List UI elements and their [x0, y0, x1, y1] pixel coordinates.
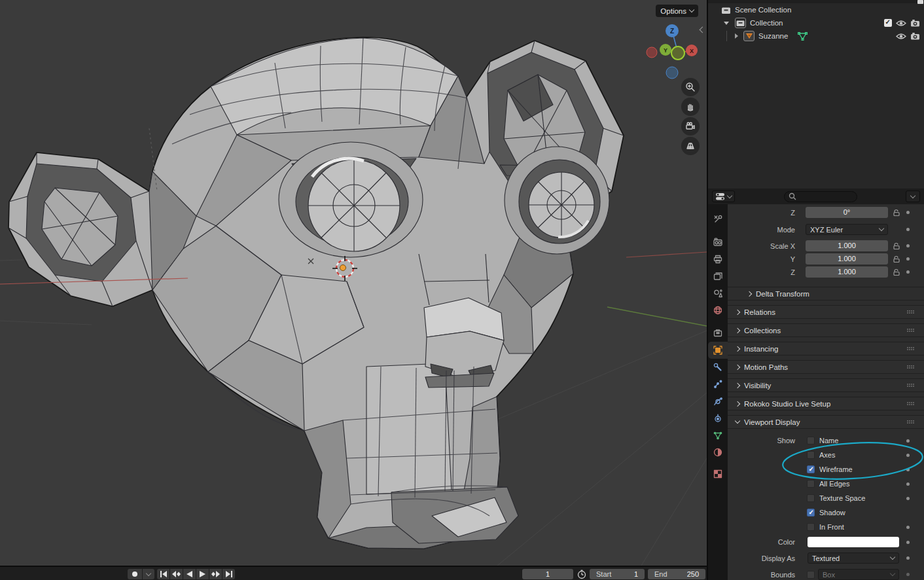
- collection-checkbox[interactable]: [884, 19, 892, 27]
- current-frame-field[interactable]: 1: [522, 569, 573, 579]
- eye-icon[interactable]: [896, 33, 906, 40]
- tab-physics[interactable]: [708, 393, 728, 410]
- section-visibility[interactable]: Visibility: [728, 378, 924, 392]
- section-rokoko[interactable]: Rokoko Studio Live Setup: [728, 397, 924, 410]
- tab-view-layer[interactable]: [708, 268, 728, 285]
- editor-type-button[interactable]: [712, 190, 735, 202]
- animate-dot[interactable]: [906, 541, 910, 544]
- section-delta-transform[interactable]: Delta Transform: [728, 287, 924, 300]
- unlock-icon[interactable]: [893, 242, 900, 250]
- outliner-row-scene-collection[interactable]: Scene Collection: [708, 3, 924, 16]
- animate-dot[interactable]: [906, 257, 910, 261]
- animate-dot[interactable]: [906, 228, 910, 231]
- drag-grip-icon[interactable]: [907, 402, 915, 405]
- animate-dot[interactable]: [906, 573, 910, 576]
- tab-tool[interactable]: [708, 211, 728, 228]
- next-keyframe-button[interactable]: [209, 569, 222, 579]
- scale-x-field[interactable]: 1.000: [806, 240, 888, 251]
- axes-checkbox[interactable]: [807, 451, 815, 459]
- name-checkbox[interactable]: [807, 437, 815, 444]
- tab-collection[interactable]: [708, 325, 728, 342]
- auto-key-button[interactable]: [128, 569, 142, 579]
- camera-view-button[interactable]: [681, 117, 700, 136]
- animate-dot[interactable]: [906, 526, 910, 529]
- outliner-row-suzanne[interactable]: Suzanne: [708, 29, 924, 43]
- animate-dot[interactable]: [906, 439, 910, 443]
- gizmo-neg-z-ball[interactable]: [666, 67, 678, 79]
- navigation-gizmo[interactable]: Z Y X: [645, 23, 707, 81]
- tab-object-data[interactable]: [708, 427, 728, 444]
- options-button[interactable]: Options: [656, 5, 698, 17]
- perspective-toggle-button[interactable]: [681, 137, 700, 155]
- outliner-scrollbar-thumb[interactable]: [917, 0, 923, 4]
- section-motion-paths[interactable]: Motion Paths: [728, 360, 924, 374]
- properties-search-input[interactable]: [784, 191, 857, 202]
- tab-constraints[interactable]: [708, 410, 728, 427]
- animate-dot[interactable]: [906, 468, 910, 471]
- outliner-row-collection[interactable]: Collection: [708, 16, 924, 29]
- tab-modifiers[interactable]: [708, 359, 728, 376]
- drag-grip-icon[interactable]: [907, 384, 915, 387]
- in-front-checkbox[interactable]: [807, 523, 815, 531]
- pan-button[interactable]: [681, 98, 700, 116]
- unlock-icon[interactable]: [893, 209, 900, 217]
- all-edges-checkbox[interactable]: [807, 480, 815, 488]
- bounds-checkbox[interactable]: [807, 571, 815, 579]
- section-relations[interactable]: Relations: [728, 305, 924, 319]
- animate-dot[interactable]: [906, 211, 910, 214]
- display-as-dropdown[interactable]: Textured: [808, 553, 899, 564]
- scale-z-field[interactable]: 1.000: [806, 266, 888, 278]
- animate-dot[interactable]: [906, 482, 910, 486]
- properties-filter-dropdown[interactable]: [906, 190, 920, 202]
- section-instancing[interactable]: Instancing: [728, 342, 924, 355]
- shadow-checkbox[interactable]: [807, 509, 815, 517]
- tab-world[interactable]: [708, 302, 728, 319]
- prev-keyframe-button[interactable]: [170, 569, 183, 579]
- drag-grip-icon[interactable]: [907, 420, 915, 424]
- timeline[interactable]: 1 Start 1 End 250: [0, 566, 707, 580]
- color-swatch[interactable]: [808, 537, 899, 547]
- eye-icon[interactable]: [896, 20, 906, 27]
- jump-to-end-button[interactable]: [222, 569, 235, 579]
- rotation-mode-dropdown[interactable]: XYZ Euler: [806, 224, 888, 235]
- disclosure-closed-icon[interactable]: [735, 33, 738, 39]
- zoom-button[interactable]: [681, 78, 700, 96]
- wireframe-checkbox[interactable]: [807, 465, 815, 473]
- gizmo-neg-y-ball[interactable]: [671, 46, 684, 60]
- drag-grip-icon[interactable]: [907, 347, 915, 350]
- animate-dot[interactable]: [906, 244, 910, 247]
- drag-grip-icon[interactable]: [907, 329, 915, 332]
- camera-restrict-icon[interactable]: [910, 19, 920, 27]
- viewport-3d[interactable]: Options Z Y X: [0, 0, 707, 566]
- section-collections[interactable]: Collections: [728, 323, 924, 337]
- bounds-dropdown[interactable]: Box: [818, 569, 899, 580]
- rotation-z-field[interactable]: 0°: [806, 207, 888, 218]
- tab-particles[interactable]: [708, 376, 728, 393]
- animate-dot[interactable]: [906, 270, 910, 274]
- animate-dot[interactable]: [906, 556, 910, 560]
- tab-scene[interactable]: [708, 285, 728, 302]
- disclosure-open-icon[interactable]: [724, 22, 729, 25]
- section-viewport-display[interactable]: Viewport Display: [728, 415, 924, 429]
- animate-dot[interactable]: [906, 497, 910, 500]
- texture-space-checkbox[interactable]: [807, 494, 815, 502]
- play-button[interactable]: [196, 569, 209, 579]
- unlock-icon[interactable]: [893, 255, 900, 263]
- start-frame-field[interactable]: Start 1: [590, 569, 645, 579]
- animate-dot[interactable]: [906, 454, 910, 457]
- unlock-icon[interactable]: [893, 268, 900, 276]
- camera-restrict-icon[interactable]: [910, 32, 920, 40]
- tab-texture[interactable]: [708, 465, 728, 482]
- drag-grip-icon[interactable]: [907, 310, 915, 314]
- scale-y-field[interactable]: 1.000: [806, 253, 888, 264]
- tab-output[interactable]: [708, 251, 728, 268]
- tab-render[interactable]: [708, 234, 728, 251]
- tab-material[interactable]: [708, 444, 728, 461]
- play-reverse-button[interactable]: [183, 569, 196, 579]
- jump-to-start-button[interactable]: [157, 569, 169, 579]
- drag-grip-icon[interactable]: [907, 365, 915, 369]
- end-frame-field[interactable]: End 250: [648, 569, 705, 579]
- tab-object[interactable]: [708, 342, 728, 359]
- auto-key-dropdown[interactable]: [143, 569, 154, 579]
- gizmo-neg-x-ball[interactable]: [647, 47, 657, 58]
